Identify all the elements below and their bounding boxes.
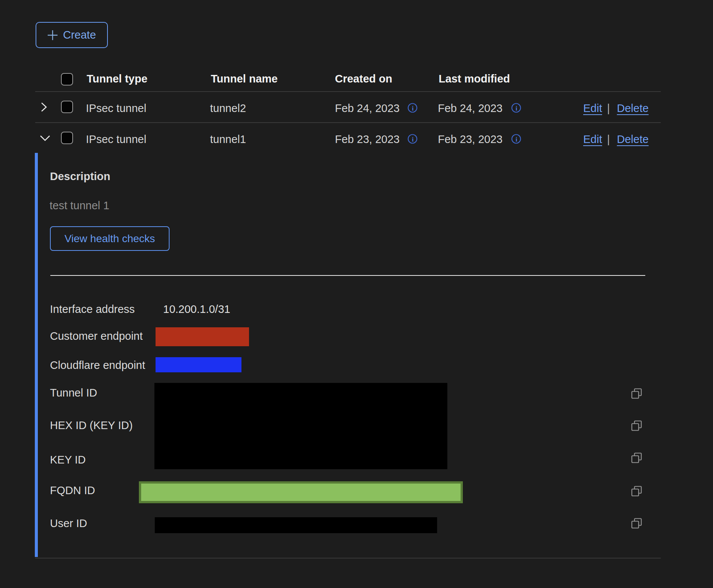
svg-text:i: i [412, 105, 414, 112]
svg-text:i: i [515, 105, 517, 112]
svg-text:i: i [412, 136, 414, 143]
svg-text:i: i [515, 136, 517, 143]
